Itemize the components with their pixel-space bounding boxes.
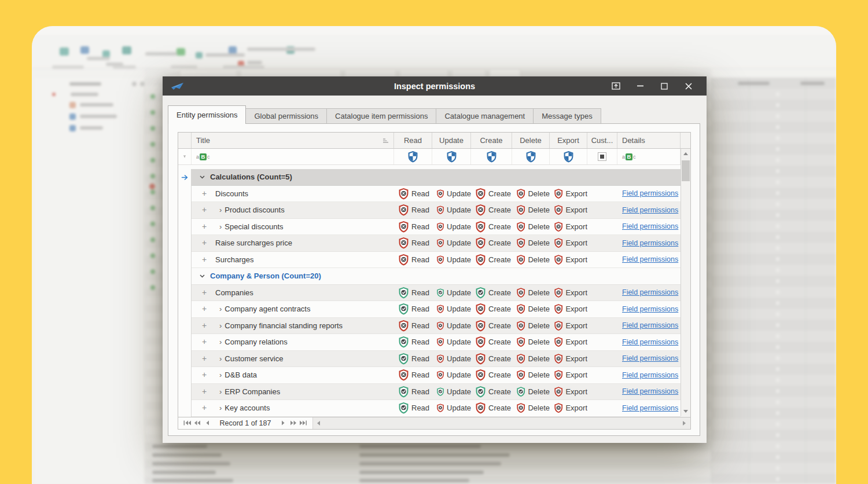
scroll-right-button[interactable] xyxy=(679,417,689,429)
permission-cell-read[interactable]: Read xyxy=(394,367,432,384)
group-row-company-person-count-20[interactable]: Company & Person (Count=20) xyxy=(178,268,690,285)
permission-cell-export[interactable]: Export xyxy=(550,202,587,219)
permission-cell-delete[interactable]: Delete xyxy=(512,400,550,417)
dialog-titlebar[interactable]: Inspect permissions xyxy=(163,76,707,96)
permission-cell-update[interactable]: Update xyxy=(432,252,471,269)
permission-cell-delete[interactable]: Delete xyxy=(512,252,550,269)
expand-button[interactable]: + xyxy=(202,289,209,296)
permission-cell-delete[interactable]: Delete xyxy=(512,186,550,203)
permission-cell-update[interactable]: Update xyxy=(432,318,471,335)
permission-cell-update[interactable]: Update xyxy=(432,186,471,203)
popout-button[interactable] xyxy=(604,76,628,96)
indeterminate-checkbox-icon[interactable] xyxy=(598,152,606,161)
permission-cell-create[interactable]: Create xyxy=(471,235,512,252)
filter-cell-delete[interactable] xyxy=(512,149,550,164)
permission-cell-update[interactable]: Update xyxy=(432,367,471,384)
tab-global-permissions[interactable]: Global permissions xyxy=(245,108,327,124)
permission-cell-read[interactable]: Read xyxy=(394,318,432,335)
permission-cell-export[interactable]: Export xyxy=(550,285,587,302)
permission-cell-create[interactable]: Create xyxy=(471,367,512,384)
filter-cell-indicator[interactable] xyxy=(178,149,192,164)
tab-catalogue-item-permissions[interactable]: Catalogue item permissions xyxy=(326,108,436,124)
column-header-read[interactable]: Read xyxy=(394,133,432,148)
permission-cell-delete[interactable]: Delete xyxy=(512,367,550,384)
field-permissions-link[interactable]: Field permissions xyxy=(622,189,678,197)
permission-cell-export[interactable]: Export xyxy=(550,351,587,368)
permission-cell-read[interactable]: Read xyxy=(394,235,432,252)
expand-button[interactable]: + xyxy=(202,256,209,263)
expand-button[interactable]: + xyxy=(202,223,209,230)
scroll-down-button[interactable] xyxy=(681,406,690,416)
permission-cell-delete[interactable]: Delete xyxy=(512,202,550,219)
permission-cell-create[interactable]: Create xyxy=(471,202,512,219)
next-record-button[interactable] xyxy=(278,417,288,428)
permission-cell-delete[interactable]: Delete xyxy=(512,285,550,302)
permission-cell-read[interactable]: Read xyxy=(394,400,432,417)
permission-cell-delete[interactable]: Delete xyxy=(512,351,550,368)
column-header-details[interactable]: Details xyxy=(617,133,681,148)
minimize-button[interactable] xyxy=(628,76,652,96)
permission-cell-delete[interactable]: Delete xyxy=(512,334,550,351)
field-permissions-link[interactable]: Field permissions xyxy=(622,288,678,296)
permission-cell-create[interactable]: Create xyxy=(471,334,512,351)
permission-cell-update[interactable]: Update xyxy=(432,351,471,368)
group-row-calculations-count-5[interactable]: Calculations (Count=5) xyxy=(178,169,690,186)
permission-cell-delete[interactable]: Delete xyxy=(512,219,550,236)
filter-cell-export[interactable] xyxy=(550,149,587,164)
permission-cell-delete[interactable]: Delete xyxy=(512,384,550,401)
permission-cell-export[interactable]: Export xyxy=(550,186,587,203)
field-permissions-link[interactable]: Field permissions xyxy=(622,305,678,313)
expand-button[interactable]: + xyxy=(202,206,209,214)
table-row-companies[interactable]: +Companies Read Update Create Delete Exp… xyxy=(178,285,690,302)
permission-cell-update[interactable]: Update xyxy=(432,285,471,302)
permission-cell-export[interactable]: Export xyxy=(550,318,587,335)
field-permissions-link[interactable]: Field permissions xyxy=(622,354,678,362)
permission-cell-export[interactable]: Export xyxy=(550,301,587,318)
column-header-cust[interactable]: Cust... xyxy=(587,133,617,148)
permission-cell-create[interactable]: Create xyxy=(471,318,512,335)
last-record-button[interactable] xyxy=(298,417,308,428)
table-row-raise-surcharges-price[interactable]: +Raise surcharges price Read Update Crea… xyxy=(178,235,690,252)
permission-cell-create[interactable]: Create xyxy=(471,219,512,236)
permission-cell-read[interactable]: Read xyxy=(394,202,432,219)
first-record-button[interactable] xyxy=(182,417,193,428)
column-header-update[interactable]: Update xyxy=(432,133,471,148)
permission-cell-read[interactable]: Read xyxy=(394,384,432,401)
table-row-key-accounts[interactable]: +›Key accounts Read Update Create Delete… xyxy=(178,400,690,417)
permission-cell-update[interactable]: Update xyxy=(432,400,471,417)
field-permissions-link[interactable]: Field permissions xyxy=(622,387,678,395)
filter-cell-details[interactable]: aBc xyxy=(617,149,681,164)
maximize-button[interactable] xyxy=(652,76,676,96)
permission-cell-update[interactable]: Update xyxy=(432,202,471,219)
table-row-d-b-data[interactable]: +›D&B data Read Update Create Delete Exp… xyxy=(178,367,690,384)
permission-cell-read[interactable]: Read xyxy=(394,351,432,368)
permission-cell-update[interactable]: Update xyxy=(432,334,471,351)
permission-cell-export[interactable]: Export xyxy=(550,252,587,269)
permission-cell-read[interactable]: Read xyxy=(394,186,432,203)
permission-cell-export[interactable]: Export xyxy=(550,334,587,351)
permission-cell-create[interactable]: Create xyxy=(471,186,512,203)
column-header-indicator[interactable] xyxy=(178,133,192,148)
collapse-chevron-icon[interactable] xyxy=(200,175,205,179)
expand-button[interactable]: + xyxy=(202,322,209,329)
expand-button[interactable]: + xyxy=(202,355,209,362)
next-page-button[interactable] xyxy=(288,417,299,428)
expand-button[interactable]: + xyxy=(202,305,209,313)
permission-cell-read[interactable]: Read xyxy=(394,252,432,269)
table-row-company-financial-standing-reports[interactable]: +›Company financial standing reports Rea… xyxy=(178,318,690,335)
scrollbar-thumb[interactable] xyxy=(682,160,690,181)
expand-button[interactable]: + xyxy=(202,388,209,395)
permission-cell-update[interactable]: Update xyxy=(432,235,471,252)
previous-record-button[interactable] xyxy=(203,417,213,428)
column-header-title[interactable]: Title xyxy=(192,133,394,148)
permission-cell-export[interactable]: Export xyxy=(550,235,587,252)
field-permissions-link[interactable]: Field permissions xyxy=(622,222,678,230)
scroll-left-button[interactable] xyxy=(313,417,323,429)
permission-cell-delete[interactable]: Delete xyxy=(512,301,550,318)
permission-cell-update[interactable]: Update xyxy=(432,384,471,401)
field-permissions-link[interactable]: Field permissions xyxy=(622,239,678,247)
field-permissions-link[interactable]: Field permissions xyxy=(622,321,678,329)
tab-entity-permissions[interactable]: Entity permissions xyxy=(168,105,246,124)
permission-cell-read[interactable]: Read xyxy=(394,285,432,302)
field-permissions-link[interactable]: Field permissions xyxy=(622,404,678,412)
